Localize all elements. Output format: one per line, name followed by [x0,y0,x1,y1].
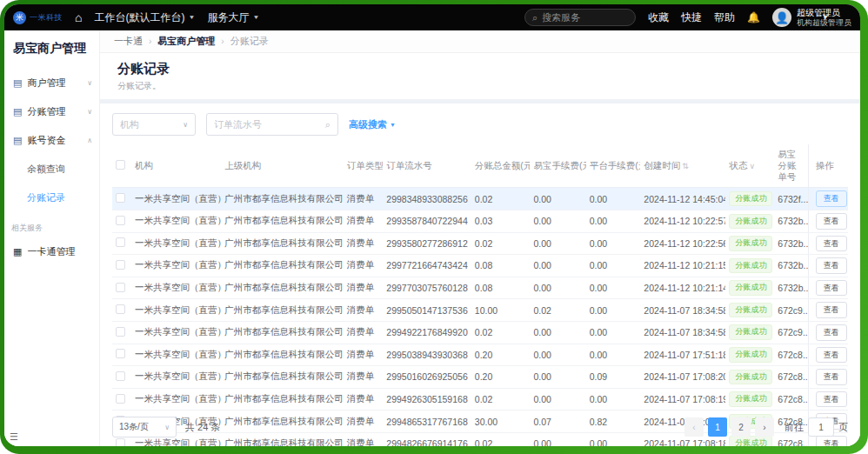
column-header-created_at[interactable]: 创建时间⇅ [640,144,725,188]
next-page-button[interactable]: › [755,417,774,437]
cell-total: 0.02 [471,188,531,210]
row-checkbox[interactable] [116,216,125,225]
sidebar: 易宝商户管理 ▤ 商户管理 ∨ ▤ 分账管理 ∨ ▤ 账号资金 ∧ 余额查询 分 [4,30,100,446]
row-checkbox[interactable] [116,394,125,404]
table-body: 一米共享空间（直营）广州市都享信息科技有限公司消费单29983489330882… [112,188,848,446]
jump-suffix-label: 页 [838,421,848,434]
table-row: 一米共享空间（直营）广州市都享信息科技有限公司消费单29949263051591… [112,388,848,411]
search-placeholder: 搜索服务 [542,11,628,24]
view-button[interactable]: 查看 [816,324,847,341]
view-button[interactable]: 查看 [816,190,847,207]
column-header-org: 机构 [131,144,221,188]
jump-prefix-label: 前往 [785,421,804,434]
cell-yeepay_fee: 0.00 [530,277,585,299]
sidebar-item-split-records[interactable]: 分账记录 [4,184,99,212]
sidebar-collapse-icon[interactable]: ☰ [10,431,18,443]
column-header-total: 分账总金额(元) [471,144,531,188]
view-button[interactable]: 查看 [816,280,847,297]
jump-page-input[interactable]: 1 [808,417,834,437]
view-button[interactable]: 查看 [816,213,847,230]
row-checkbox[interactable] [116,237,125,247]
user-account-menu[interactable]: 👤 超级管理员 机构超级管理员 [772,8,851,27]
service-hall-menu[interactable]: 服务大厅 ▼ [207,10,259,25]
page-size-select[interactable]: 13条/页 ∨ [112,417,177,437]
brand-logo[interactable]: 米 一米科技 [13,11,63,24]
grid-icon: ▦ [13,247,22,257]
row-checkbox[interactable] [116,304,125,314]
workbench-menu[interactable]: 工作台(默认工作台) ▼ [94,10,195,25]
view-button[interactable]: 查看 [816,236,847,252]
cell-yeepay_fee: 0.00 [530,210,585,232]
cell-order_no: 2993580277286912 [383,232,471,255]
cell-parent_org: 广州市都享信息科技有限公司 [221,255,343,277]
view-button[interactable]: 查看 [816,391,847,408]
cell-order_no: 2997721664743424 [383,255,471,277]
cell-yeepay_fee: 0.00 [530,232,585,255]
column-header-status[interactable]: 状态∨ [725,144,774,188]
cell-platform_fee: 0.00 [586,388,641,411]
page-button-2[interactable]: 2 [731,417,751,437]
cell-split_no: 6732b... [774,277,808,299]
cell-total: 0.02 [471,388,531,411]
breadcrumb-item[interactable]: 一卡通 [114,35,143,48]
favorites-link[interactable]: 收藏 [648,10,669,25]
cell-parent_org: 广州市都享信息科技有限公司 [221,188,343,210]
sidebar-item-balance-query[interactable]: 余额查询 [4,155,99,184]
shortcuts-link[interactable]: 快捷 [681,10,702,25]
breadcrumb: 一卡通 › 易宝商户管理 › 分账记录 [100,30,860,53]
row-checkbox[interactable] [116,283,125,292]
cell-split_no: 6732b... [774,232,808,255]
row-checkbox[interactable] [116,193,125,203]
chevron-down-icon: ∨ [183,121,188,129]
view-button[interactable]: 查看 [816,369,847,385]
table-row: 一米共享空间（直营）广州市都享信息科技有限公司消费单29949221768499… [112,321,848,344]
sidebar-item-account-funds[interactable]: ▤ 账号资金 ∧ [4,126,99,155]
table-row: 一米共享空间（直营）广州市都享信息科技有限公司消费单29950501471375… [112,299,848,322]
cell-created_at: 2024-11-07 17:08:20 [640,366,725,389]
status-badge: 分账成功 [729,236,772,251]
row-checkbox[interactable] [116,349,125,358]
cell-status: 分账成功 [725,299,774,322]
org-select[interactable]: 机构 ∨ [112,113,196,136]
sidebar-item-merchant-mgmt[interactable]: ▤ 商户管理 ∨ [4,69,99,97]
breadcrumb-separator: › [149,37,151,46]
help-link[interactable]: 帮助 [714,10,735,25]
select-all-checkbox[interactable] [116,160,125,170]
notification-bell-icon[interactable]: 🔔 [747,11,760,23]
cell-org: 一米共享空间（直营） [131,188,221,210]
cell-yeepay_fee: 0.02 [530,299,585,322]
row-checkbox[interactable] [116,438,125,446]
sidebar-item-split-mgmt[interactable]: ▤ 分账管理 ∨ [4,97,99,126]
cell-org: 一米共享空间（直营） [131,210,221,232]
sidebar-section-label: 相关服务 [4,212,99,237]
row-checkbox[interactable] [116,371,125,381]
row-checkbox[interactable] [116,327,125,337]
column-header-parent_org: 上级机构 [221,144,343,188]
view-button[interactable]: 查看 [816,257,847,274]
search-icon: ⌕ [532,12,537,23]
prev-page-button[interactable]: ‹ [684,417,704,437]
cell-parent_org: 广州市都享信息科技有限公司 [221,277,343,299]
search-icon: ⌕ [325,119,331,130]
column-header-split_no: 易宝分账单号 [774,144,808,188]
row-checkbox[interactable] [116,260,125,270]
page-button-1[interactable]: 1 [708,417,727,437]
status-badge: 分账成功 [729,258,772,274]
status-badge: 分账成功 [729,191,772,207]
cell-created_at: 2024-11-12 14:45:04 [640,188,725,210]
sidebar-item-onecard-mgmt[interactable]: ▦ 一卡通管理 [4,237,99,266]
service-search-input[interactable]: ⌕ 搜索服务 [524,9,636,26]
view-button[interactable]: 查看 [816,347,847,364]
decorative-green-frame: 米 一米科技 ⌂ 工作台(默认工作台) ▼ 服务大厅 ▼ ⌕ 搜索服务 收藏 快… [0,0,868,454]
order-no-input[interactable]: 订单流水号 ⌕ [206,113,338,136]
home-icon[interactable]: ⌂ [75,11,82,23]
view-button[interactable]: 查看 [816,302,847,318]
column-header-order_type[interactable]: 订单类型∨ [344,144,384,188]
cell-status: 分账成功 [725,321,774,344]
sidebar-item-label: 一卡通管理 [27,245,92,258]
column-header-order_no: 订单流水号 [383,144,471,188]
breadcrumb-item[interactable]: 易宝商户管理 [157,35,215,48]
advanced-search-link[interactable]: 高级搜索 ▼ [349,118,396,131]
chevron-down-icon: ∨ [87,79,92,87]
sidebar-item-label: 分账管理 [27,105,82,118]
